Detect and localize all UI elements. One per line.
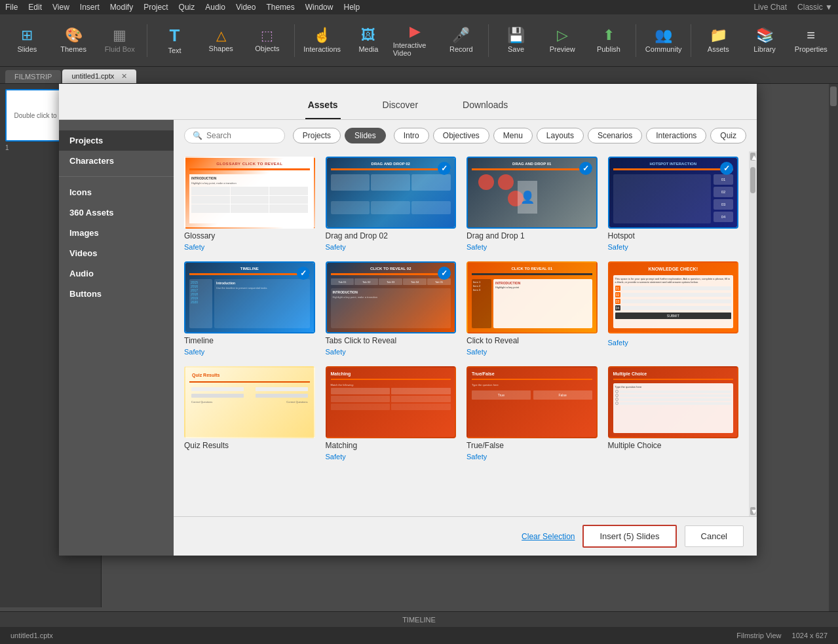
menu-help[interactable]: Help (343, 3, 360, 12)
toolbar-media[interactable]: 🖼 Media (347, 18, 390, 64)
slide-thumb-tabs[interactable]: CLICK TO REVEAL 02 Tab 01 Tab 02 Tab 03 … (326, 261, 457, 333)
preview-icon: ▷ (557, 28, 568, 43)
menu-file[interactable]: File (5, 3, 18, 12)
menu-audio[interactable]: Audio (205, 3, 225, 12)
slide-thumb-matching[interactable]: Matching Match the following: (326, 366, 457, 438)
toolbar-text[interactable]: T Text (153, 18, 197, 64)
scroll-thumb[interactable] (750, 167, 755, 193)
slide-title-reveal: Click to Reveal (467, 336, 598, 345)
slide-thumb-drag2[interactable]: DRAG AND DROP 02 (326, 157, 457, 229)
menu-view[interactable]: View (52, 3, 69, 12)
scroll-arrow-down[interactable]: ▼ (750, 507, 755, 515)
toolbar-themes[interactable]: 🎨 Themes (52, 18, 96, 64)
toolbar-community[interactable]: 👥 Community (641, 18, 685, 64)
slide-thumb-drag1[interactable]: DRAG AND DROP 01 👤 (467, 157, 598, 229)
slide-title-quiz: Quiz Results (184, 441, 315, 450)
slide-thumb-mc[interactable]: Multiple Choice Type the question here (608, 366, 739, 438)
slide-title-truefalse: True/False (467, 441, 598, 450)
sidebar-item-icons[interactable]: Icons (59, 182, 174, 202)
clear-selection-button[interactable]: Clear Selection (522, 532, 575, 541)
sidebar-item-buttons[interactable]: Buttons (59, 284, 174, 304)
slide-title-drag2: Drag and Drop 02 (326, 231, 457, 240)
outer-scroll-thumb-v[interactable] (830, 86, 837, 106)
pill-scenarios[interactable]: Scenarios (588, 128, 642, 143)
pill-slides[interactable]: Slides (345, 128, 386, 143)
pill-menu[interactable]: Menu (493, 128, 533, 143)
toolbar-interactions[interactable]: ☝ Interactions (300, 18, 344, 64)
sidebar-item-audio[interactable]: Audio (59, 263, 174, 284)
sidebar-item-characters[interactable]: Characters (59, 151, 174, 171)
slide-category-timeline[interactable]: Safety (184, 348, 315, 356)
toolbar-fluid-box[interactable]: ▦ Fluid Box (98, 18, 142, 64)
slide-thumb-knowledge[interactable]: KNOWLEDGE CHECK! This space is for your … (608, 261, 739, 333)
slide-thumb-glossary[interactable]: GLOSSARY CLICK TO REVEAL INTRODUCTION Hi… (184, 157, 315, 229)
sidebar-item-videos[interactable]: Videos (59, 243, 174, 263)
menu-quiz[interactable]: Quiz (179, 3, 195, 12)
slide-thumb-truefalse[interactable]: True/False Type the question here True F… (467, 366, 598, 438)
pill-objectives[interactable]: Objectives (433, 128, 489, 143)
sidebar-item-images[interactable]: Images (59, 223, 174, 243)
toolbar-library[interactable]: 📚 Library (743, 18, 787, 64)
search-box[interactable]: 🔍 (184, 128, 285, 143)
pill-layouts[interactable]: Layouts (537, 128, 584, 143)
menu-video[interactable]: Video (236, 3, 256, 12)
sidebar-item-360[interactable]: 360 Assets (59, 202, 174, 223)
properties-icon: ≡ (807, 28, 815, 43)
toolbar-publish[interactable]: ⬆ Publish (587, 18, 631, 64)
pill-projects[interactable]: Projects (293, 128, 341, 143)
slide-category-glossary[interactable]: Safety (184, 243, 315, 251)
slide-category-truefalse[interactable]: Safety (467, 453, 598, 461)
pill-interactions[interactable]: Interactions (646, 128, 706, 143)
shapes-icon: △ (216, 29, 226, 42)
slide-thumb-timeline[interactable]: TIMELINE 2015 2016 2017 2018 2019 (184, 261, 315, 333)
toolbar-interactive-video[interactable]: ▶ Interactive Video (393, 18, 437, 64)
slides-label: Slides (17, 45, 37, 53)
scroll-arrow-up[interactable]: ▲ (750, 153, 755, 161)
toolbar-objects[interactable]: ⬚ Objects (246, 18, 290, 64)
media-icon: 🖼 (361, 28, 375, 43)
modal-tab-discover[interactable]: Discover (380, 94, 421, 119)
slide-category-matching[interactable]: Safety (326, 453, 457, 461)
slide-category-tabs[interactable]: Safety (326, 348, 457, 356)
menu-modify[interactable]: Modify (110, 3, 133, 12)
fluid-box-label: Fluid Box (105, 45, 135, 53)
search-input[interactable] (206, 131, 276, 140)
menu-window[interactable]: Window (305, 3, 333, 12)
slide-thumb-quiz[interactable]: Quiz Results (184, 366, 315, 438)
outer-scrollbar-vertical (829, 84, 838, 611)
insert-slides-button[interactable]: Insert (5) Slides (582, 525, 676, 548)
tab-untitled1[interactable]: untitled1.cptx ✕ (62, 69, 136, 83)
sidebar-item-projects[interactable]: Projects (59, 130, 174, 151)
slide-category-hotspot[interactable]: Safety (608, 243, 739, 251)
modal-tab-assets[interactable]: Assets (305, 94, 341, 119)
modal-vertical-scrollbar[interactable]: ▲ ▼ (749, 151, 757, 516)
menu-insert[interactable]: Insert (80, 3, 100, 12)
modal-tab-downloads[interactable]: Downloads (460, 94, 510, 119)
toolbar-assets[interactable]: 📁 Assets (696, 18, 740, 64)
close-icon[interactable]: ✕ (121, 72, 127, 80)
pill-intro[interactable]: Intro (394, 128, 429, 143)
menu-edit[interactable]: Edit (28, 3, 42, 12)
toolbar-save[interactable]: 💾 Save (494, 18, 538, 64)
slide-thumb-reveal[interactable]: CLICK TO REVEAL 01 Item 1 Item 2 Item 3 (467, 261, 598, 333)
slide-card-knowledge: KNOWLEDGE CHECK! This space is for your … (608, 261, 739, 356)
slide-category-drag1[interactable]: Safety (467, 243, 598, 251)
slide-category-reveal[interactable]: Safety (467, 348, 598, 356)
slide-thumb-hotspot[interactable]: HOTSPOT INTERACTION 01 02 03 04 (608, 157, 739, 229)
text-icon: T (170, 27, 180, 44)
menu-themes[interactable]: Themes (266, 3, 294, 12)
classic-dropdown[interactable]: Classic ▼ (797, 3, 833, 12)
toolbar-record[interactable]: 🎤 Record (439, 18, 483, 64)
toolbar-shapes[interactable]: △ Shapes (199, 18, 243, 64)
toolbar-properties[interactable]: ≡ Properties (789, 18, 833, 64)
tab-filmstrip[interactable]: FILMSTRIP (5, 70, 61, 83)
themes-label: Themes (60, 45, 86, 53)
menu-project[interactable]: Project (143, 3, 168, 12)
slide-category-drag2[interactable]: Safety (326, 243, 457, 251)
pill-quiz[interactable]: Quiz (710, 128, 746, 143)
toolbar-preview[interactable]: ▷ Preview (541, 18, 584, 64)
live-chat-btn[interactable]: Live Chat (753, 3, 787, 12)
cancel-button[interactable]: Cancel (685, 525, 744, 547)
toolbar-slides[interactable]: ⊞ Slides (5, 18, 49, 64)
slide-category-knowledge[interactable]: Safety (608, 339, 739, 347)
